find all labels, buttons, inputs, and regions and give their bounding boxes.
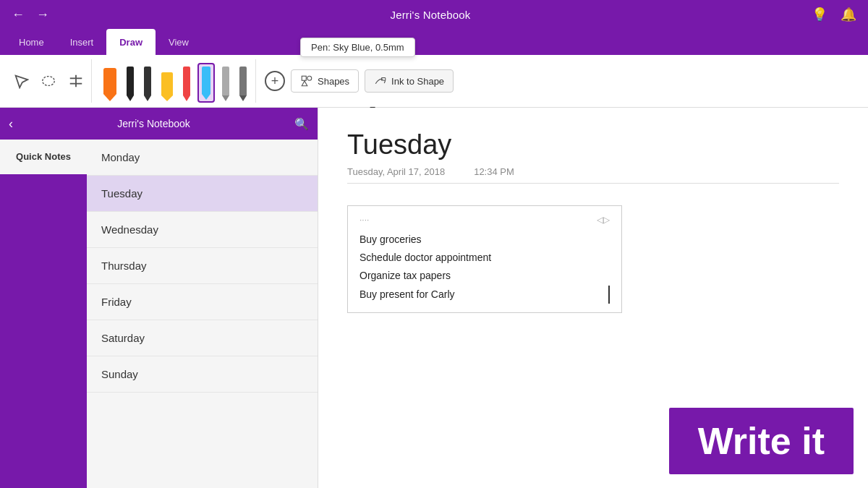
page-friday[interactable]: Friday: [87, 284, 318, 320]
sidebar-search-icon[interactable]: 🔍: [294, 117, 309, 131]
bell-icon[interactable]: 🔔: [841, 7, 856, 22]
write-it-banner: Write it: [669, 408, 854, 474]
sidebar-content: Quick Notes Monday Tuesday Wednesday Thu…: [0, 140, 318, 488]
resize-icon: ◁▷: [597, 215, 610, 225]
page-title: Tuesday: [347, 129, 839, 160]
black-pen-2[interactable]: [141, 63, 154, 103]
title-bar-icons: 💡 🔔: [812, 7, 856, 22]
ink-to-shape-button[interactable]: Ink to Shape: [365, 69, 454, 93]
note-box-content: Buy groceries Schedule doctor appointmen…: [359, 231, 610, 304]
note-line-2: Schedule doctor appointment: [359, 249, 610, 267]
shapes-label: Shapes: [318, 76, 349, 87]
title-bar-nav: ← →: [12, 7, 49, 22]
orange-pen[interactable]: [101, 63, 119, 103]
gray-pencil-2[interactable]: [237, 63, 250, 103]
page-saturday[interactable]: Saturday: [87, 320, 318, 356]
yellow-highlighter[interactable]: [158, 63, 176, 103]
page-tuesday[interactable]: Tuesday: [87, 176, 318, 212]
black-pen-1[interactable]: [124, 63, 137, 103]
drag-dots: ····: [359, 215, 369, 225]
page-date: Tuesday, April 17, 2018: [347, 166, 445, 177]
ribbon: Home Insert Draw View: [0, 29, 868, 108]
pen-tooltip: Pen: Sky Blue, 0.5mm: [300, 38, 415, 57]
page-monday[interactable]: Monday: [87, 140, 318, 176]
gray-pencil-1[interactable]: [219, 63, 232, 103]
format-tool-btn[interactable]: [64, 62, 88, 100]
shapes-section: + Shapes Ink to Shape: [259, 59, 459, 103]
sidebar: ‹ Jerri's Notebook 🔍 Quick Notes Monday …: [0, 108, 318, 488]
note-line-3: Organize tax papers: [359, 267, 610, 285]
note-line-1: Buy groceries: [359, 231, 610, 249]
lasso-tool-btn[interactable]: [36, 62, 61, 100]
ribbon-tools: + Shapes Ink to Shape: [0, 55, 868, 107]
ribbon-tabs: Home Insert Draw View: [0, 29, 868, 55]
content-area: Tuesday Tuesday, April 17, 2018 12:34 PM…: [318, 108, 868, 488]
tab-insert[interactable]: Insert: [57, 29, 107, 55]
blue-pen[interactable]: [197, 63, 215, 103]
page-meta: Tuesday, April 17, 2018 12:34 PM: [347, 166, 839, 184]
note-box[interactable]: ···· ◁▷ Buy groceries Schedule doctor ap…: [347, 205, 622, 313]
tab-view[interactable]: View: [156, 29, 202, 55]
sidebar-header: ‹ Jerri's Notebook 🔍: [0, 108, 318, 140]
shapes-button[interactable]: Shapes: [291, 69, 359, 93]
tab-home[interactable]: Home: [6, 29, 57, 55]
notebook-section: Quick Notes: [0, 140, 87, 488]
select-tool-btn[interactable]: [9, 62, 33, 100]
ink-to-shape-label: Ink to Shape: [391, 76, 444, 87]
main-layout: ‹ Jerri's Notebook 🔍 Quick Notes Monday …: [0, 108, 868, 488]
red-pen[interactable]: [180, 63, 193, 103]
forward-nav-icon[interactable]: →: [36, 7, 49, 22]
sidebar-item-quick-notes[interactable]: Quick Notes: [0, 140, 87, 174]
tab-draw[interactable]: Draw: [106, 29, 156, 55]
title-bar: ← → Jerri's Notebook 💡 🔔: [0, 0, 868, 29]
page-sunday[interactable]: Sunday: [87, 356, 318, 393]
add-pen-button[interactable]: +: [265, 71, 285, 91]
app-title: Jerri's Notebook: [390, 9, 470, 21]
sidebar-notebook-title: Jerri's Notebook: [19, 118, 289, 129]
page-thursday[interactable]: Thursday: [87, 248, 318, 284]
lightbulb-icon[interactable]: 💡: [812, 7, 827, 22]
page-time: 12:34 PM: [474, 166, 514, 177]
page-wednesday[interactable]: Wednesday: [87, 212, 318, 248]
svg-point-0: [43, 77, 55, 86]
pen-tools-group: [95, 59, 256, 103]
back-nav-icon[interactable]: ←: [12, 7, 25, 22]
note-box-handle: ···· ◁▷: [359, 215, 610, 225]
pages-section: Monday Tuesday Wednesday Thursday Friday…: [87, 140, 318, 488]
select-tools-group: [6, 59, 92, 103]
sidebar-back-icon[interactable]: ‹: [9, 116, 13, 132]
note-line-4: Buy present for Carly: [359, 286, 610, 304]
svg-point-5: [307, 76, 312, 80]
svg-rect-4: [302, 76, 306, 80]
